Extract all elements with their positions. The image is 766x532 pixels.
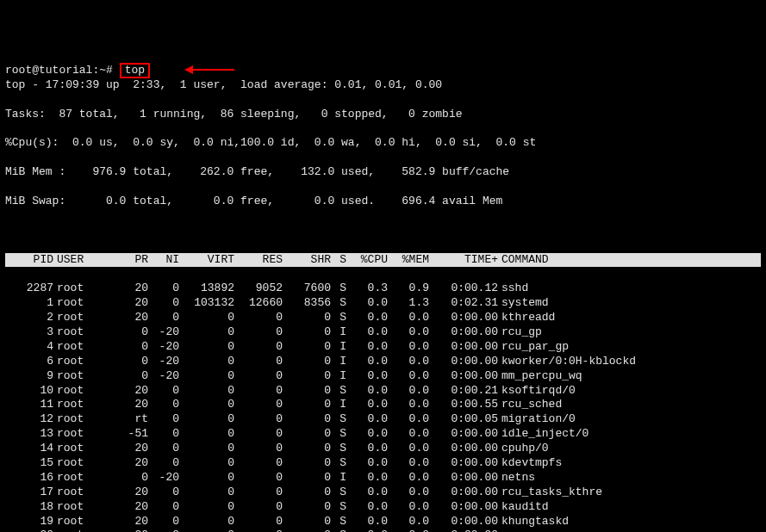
cell-mem: 0.0 xyxy=(388,355,429,369)
cell-user: root xyxy=(53,471,114,486)
table-row: 15root200000S0.00.00:00.00kdevtmpfs xyxy=(5,456,761,471)
cell-shr: 0 xyxy=(283,486,331,500)
cell-mem: 0.0 xyxy=(388,515,429,529)
cell-res: 0 xyxy=(234,500,283,515)
blank-line xyxy=(5,224,761,238)
shell-prompt[interactable]: root@tutorial:~# top xyxy=(5,64,236,77)
cell-virt: 0 xyxy=(179,369,234,384)
cell-cmd: ksoftirqd/0 xyxy=(498,384,576,399)
cell-shr: 0 xyxy=(283,500,331,515)
cell-cpu: 0.0 xyxy=(346,427,388,442)
cell-cpu: 0.0 xyxy=(346,529,388,532)
cell-time: 0:00.21 xyxy=(429,384,498,399)
col-user: USER xyxy=(53,253,114,268)
cell-cpu: 0.0 xyxy=(346,325,388,340)
cell-time: 0:00.05 xyxy=(429,412,498,427)
table-row: 16root0-20000I0.00.00:00.00netns xyxy=(5,471,761,486)
cell-s: S xyxy=(331,515,346,529)
command-highlight: top xyxy=(120,63,150,78)
cell-shr: 0 xyxy=(283,340,331,355)
table-row: 2287root2001389290527600S0.30.90:00.12ss… xyxy=(5,281,761,296)
cell-mem: 0.9 xyxy=(388,281,429,296)
cell-ni: 0 xyxy=(148,500,179,515)
cell-pid: 6 xyxy=(5,355,53,369)
cell-s: I xyxy=(331,325,346,340)
cell-ni: 0 xyxy=(148,442,179,456)
cell-cpu: 0.0 xyxy=(346,311,388,325)
cell-shr: 0 xyxy=(283,311,331,325)
col-virt: VIRT xyxy=(179,253,234,268)
cell-res: 12660 xyxy=(234,296,283,311)
cell-cmd: idle_inject/0 xyxy=(498,427,589,442)
cell-pid: 11 xyxy=(5,398,53,412)
col-cmd: COMMAND xyxy=(498,253,549,268)
cell-s: S xyxy=(331,296,346,311)
cell-pr: 20 xyxy=(114,281,148,296)
cell-cmd: rcu_tasks_kthre xyxy=(498,486,602,500)
cell-ni: 0 xyxy=(148,296,179,311)
cell-time: 0:00.00 xyxy=(429,486,498,500)
process-table-header[interactable]: PIDUSERPRNIVIRTRESSHRS%CPU%MEMTIME+COMMA… xyxy=(5,253,761,268)
cell-time: 0:00.00 xyxy=(429,311,498,325)
col-shr: SHR xyxy=(283,253,331,268)
cell-virt: 0 xyxy=(179,515,234,529)
cell-mem: 0.0 xyxy=(388,500,429,515)
cell-virt: 0 xyxy=(179,384,234,399)
cell-user: root xyxy=(53,442,114,456)
cell-cmd: mm_percpu_wq xyxy=(498,369,582,384)
cell-mem: 0.0 xyxy=(388,486,429,500)
cell-user: root xyxy=(53,369,114,384)
cell-shr: 0 xyxy=(283,456,331,471)
cell-time: 0:00.00 xyxy=(429,456,498,471)
cell-s: I xyxy=(331,355,346,369)
cell-cmd: kthreadd xyxy=(498,311,555,325)
table-row: 13root-510000S0.00.00:00.00idle_inject/0 xyxy=(5,427,761,442)
cell-cpu: 0.0 xyxy=(346,515,388,529)
cell-ni: -20 xyxy=(148,355,179,369)
cell-res: 0 xyxy=(234,442,283,456)
cell-time: 0:00.00 xyxy=(429,427,498,442)
cell-time: 0:00.00 xyxy=(429,515,498,529)
cell-s: S xyxy=(331,281,346,296)
annotation-arrow-icon xyxy=(184,62,236,77)
cell-mem: 1.3 xyxy=(388,296,429,311)
cell-time: 0:00.00 xyxy=(429,369,498,384)
cell-pid: 9 xyxy=(5,369,53,384)
table-row: 3root0-20000I0.00.00:00.00rcu_gp xyxy=(5,325,761,340)
cell-user: root xyxy=(53,311,114,325)
cell-time: 0:00.00 xyxy=(429,529,498,532)
cell-pr: 0 xyxy=(114,340,148,355)
cell-mem: 0.0 xyxy=(388,369,429,384)
col-mem: %MEM xyxy=(388,253,429,268)
cell-cpu: 0.0 xyxy=(346,456,388,471)
cell-pid: 14 xyxy=(5,442,53,456)
cell-time: 0:00.00 xyxy=(429,442,498,456)
cell-shr: 0 xyxy=(283,412,331,427)
cell-cpu: 0.0 xyxy=(346,355,388,369)
table-row: 4root0-20000I0.00.00:00.00rcu_par_gp xyxy=(5,340,761,355)
cell-mem: 0.0 xyxy=(388,384,429,399)
cell-pid: 12 xyxy=(5,412,53,427)
cell-s: I xyxy=(331,340,346,355)
cell-res: 0 xyxy=(234,412,283,427)
cell-shr: 0 xyxy=(283,369,331,384)
cell-shr: 0 xyxy=(283,355,331,369)
cell-pr: 0 xyxy=(114,325,148,340)
cell-pid: 17 xyxy=(5,486,53,500)
cell-user: root xyxy=(53,355,114,369)
cell-pr: 20 xyxy=(114,486,148,500)
cell-pid: 2287 xyxy=(5,281,53,296)
cell-shr: 0 xyxy=(283,384,331,399)
cell-pid: 3 xyxy=(5,325,53,340)
cell-cmd: khungtaskd xyxy=(498,515,569,529)
cell-ni: 0 xyxy=(148,427,179,442)
cell-mem: 0.0 xyxy=(388,340,429,355)
cell-user: root xyxy=(53,529,114,532)
cell-ni: -20 xyxy=(148,325,179,340)
cell-shr: 0 xyxy=(283,471,331,486)
command-text: top xyxy=(125,64,145,77)
cell-ni: -20 xyxy=(148,340,179,355)
cell-res: 0 xyxy=(234,325,283,340)
top-summary-line3: %Cpu(s): 0.0 us, 0.0 sy, 0.0 ni,100.0 id… xyxy=(5,136,761,151)
cell-cmd: rcu_gp xyxy=(498,325,542,340)
